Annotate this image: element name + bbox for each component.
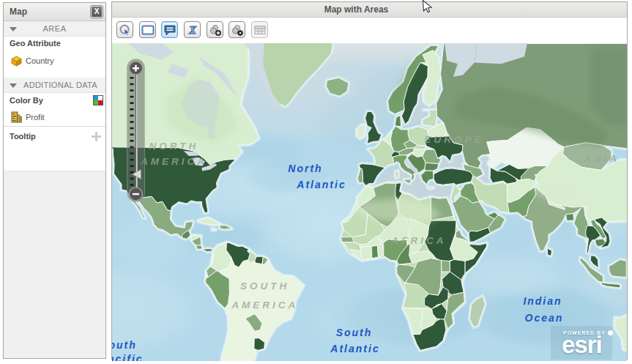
svg-text:ASIA: ASIA: [584, 153, 620, 164]
svg-text:AMERICA: AMERICA: [231, 300, 298, 311]
svg-text:AFRICA: AFRICA: [391, 235, 447, 246]
svg-text:South: South: [112, 339, 137, 351]
svg-text:Atlantic: Atlantic: [296, 179, 346, 190]
svg-text:NORTH: NORTH: [149, 141, 199, 152]
svg-text:North: North: [288, 163, 322, 174]
svg-text:SOUTH: SOUTH: [240, 281, 289, 291]
svg-text:AMERICA: AMERICA: [140, 156, 207, 167]
svg-text:Indian: Indian: [523, 295, 562, 307]
svg-text:Ocean: Ocean: [525, 312, 564, 324]
svg-text:X: X: [187, 24, 196, 36]
svg-text:South: South: [336, 327, 373, 338]
svg-text:EUROPE: EUROPE: [424, 134, 483, 145]
svg-text:Atlantic: Atlantic: [330, 343, 379, 354]
svg-text:Pacific: Pacific: [112, 353, 144, 361]
